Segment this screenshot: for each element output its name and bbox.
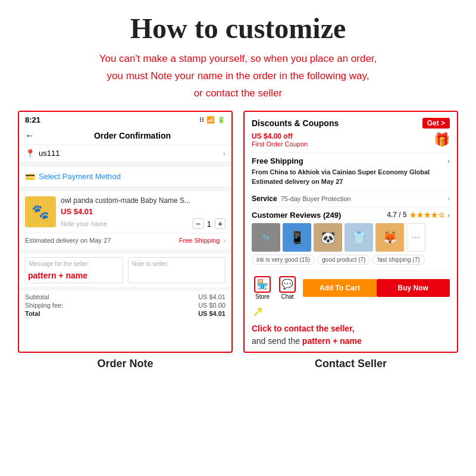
review-img-3: 🐼 (314, 223, 342, 252)
reviews-header: Customer Reviews (249) 4.7 / 5 ★★★★☆ › (252, 211, 450, 220)
right-panel-wrapper: Discounts & Coupons Get > US $4.00 off F… (243, 111, 458, 370)
bottom-icons: 🏪 Store 💬 Chat (252, 276, 298, 300)
right-panel: Discounts & Coupons Get > US $4.00 off F… (243, 111, 458, 353)
get-btn[interactable]: Get > (422, 118, 450, 129)
review-more: ··· (406, 223, 425, 252)
totals-section: Subtotal US $4.01 Shipping fee: US $0.00… (19, 290, 231, 322)
free-shipping-header: Free Shipping › (252, 156, 450, 165)
store-label: Store (255, 293, 270, 300)
review-img-5: 🦊 (375, 223, 404, 252)
free-shipping-title: Free Shipping (252, 156, 303, 165)
note-to-seller-box[interactable]: Note to seller: (128, 257, 226, 283)
payment-icon: 💳 (25, 172, 35, 181)
coupon-amount: US $4.00 off (252, 132, 308, 140)
chevron-right-icon: › (223, 149, 226, 158)
right-panel-content: Discounts & Coupons Get > US $4.00 off F… (245, 112, 457, 352)
product-price: US $4.01 (61, 207, 226, 216)
product-row: 🐾 owl panda custom-made Baby Name S... U… (25, 196, 226, 230)
delivery-text: Estimated delivery on May 27 (25, 237, 111, 244)
location-icon: 📍 (25, 149, 35, 158)
discounts-title: Discounts & Coupons (252, 118, 339, 128)
coupon-icon: 🎁 (434, 132, 450, 148)
total-value: US $4.01 (198, 310, 226, 317)
left-panel-wrapper: 8:21 ⁝⁝ 📶 🔋 ← Order Confirmation (18, 111, 233, 370)
signal-icon: ⁝⁝ (199, 116, 204, 124)
buy-now-btn[interactable]: Buy Now (377, 279, 450, 297)
payment-row[interactable]: 💳 Select Payment Method (19, 167, 231, 187)
location-row[interactable]: 📍 us111 › (19, 145, 231, 162)
free-shipping-label: Free Shipping (179, 237, 220, 244)
service-label: Service (252, 195, 277, 203)
battery-icon: 🔋 (217, 116, 226, 124)
subtotal-value: US $4.01 (198, 293, 226, 300)
service-value: 75-day Buyer Protection (281, 195, 351, 202)
shipping-label: Shipping fee: (25, 302, 63, 309)
message-seller-label: Message for the seller: (29, 261, 89, 267)
delivery-info: Estimated delivery on May 27 (252, 178, 343, 185)
subtitle-line3: or contact the seller (194, 87, 282, 99)
subtotal-label: Subtotal (25, 293, 49, 300)
service-row: Service75-day Buyer Protection › (252, 195, 450, 203)
review-tag-1[interactable]: ink is very good (15) (252, 255, 315, 265)
message-boxes: Message for the seller: pattern + name N… (25, 257, 226, 283)
note-qty-row: Note your name − 1 + (61, 218, 226, 229)
subtotal-row: Subtotal US $4.01 (25, 293, 226, 301)
location-value: us111 (39, 149, 60, 158)
delivery-chevron-icon: › (223, 237, 226, 244)
phone-screen: 8:21 ⁝⁝ 📶 🔋 ← Order Confirmation (19, 112, 231, 323)
qty-increase-btn[interactable]: + (215, 218, 226, 229)
phone-header: ← Order Confirmation (19, 127, 231, 145)
bottom-bar: 🏪 Store 💬 Chat Add To Cart (252, 271, 450, 300)
message-for-seller-box[interactable]: Message for the seller: pattern + name (25, 257, 123, 283)
back-arrow-icon[interactable]: ← (25, 130, 35, 141)
panels-row: 8:21 ⁝⁝ 📶 🔋 ← Order Confirmation (18, 111, 458, 370)
qty-decrease-btn[interactable]: − (193, 218, 203, 229)
qty-control: − 1 + (193, 218, 226, 229)
main-title: How to customize (130, 12, 346, 45)
message-section: Message for the seller: pattern + name N… (19, 253, 231, 287)
status-icons: ⁝⁝ 📶 🔋 (199, 116, 226, 124)
status-bar: 8:21 ⁝⁝ 📶 🔋 (19, 112, 231, 127)
stars: ★★★★☆ (409, 211, 445, 220)
free-shipping-details: From China to Akhiok via Cainiao Super E… (252, 167, 450, 187)
click-text: Click to contact the seller, (252, 322, 450, 335)
annotation: ↗ Click to contact the seller, and send … (252, 303, 450, 346)
pattern-overlay-left: pattern + name (28, 271, 87, 280)
review-tag-3[interactable]: fast shipping (7) (372, 255, 424, 265)
left-panel: 8:21 ⁝⁝ 📶 🔋 ← Order Confirmation (18, 111, 233, 353)
note-label: Note your name (61, 220, 107, 227)
product-info: owl panda custom-made Baby Name S... US … (61, 196, 226, 230)
product-image: 🐾 (25, 196, 56, 227)
left-panel-label: Order Note (18, 358, 233, 370)
review-img-4: 👕 (345, 223, 373, 252)
status-time: 8:21 (25, 115, 40, 124)
review-tag-2[interactable]: good product (7) (317, 255, 370, 265)
pattern-text: pattern + name (28, 271, 87, 280)
reviews-chevron-icon: › (447, 211, 450, 220)
add-to-cart-btn[interactable]: Add To Cart (303, 279, 377, 297)
coupon-name: First Order Coupon (252, 140, 308, 148)
coupon-info: US $4.00 off First Order Coupon (252, 132, 308, 148)
send-text: and send the pattern + name (252, 336, 450, 346)
total-row: Total US $4.01 (25, 309, 226, 318)
divider-1 (252, 152, 450, 153)
qty-value: 1 (207, 220, 211, 228)
total-label: Total (25, 310, 40, 317)
subtitle: You can't make a stamp yourself, so when… (99, 51, 377, 102)
chat-btn[interactable]: 💬 Chat (277, 276, 298, 300)
subtitle-line2: you must Note your name in the order in … (107, 70, 369, 82)
store-btn[interactable]: 🏪 Store (252, 276, 273, 300)
shipping-value: US $0.00 (198, 302, 226, 309)
wifi-icon: 📶 (206, 116, 215, 124)
header-title: Order Confirmation (39, 131, 226, 140)
product-section: 🐾 owl panda custom-made Baby Name S... U… (19, 192, 231, 249)
review-img-2: 📱 (283, 223, 311, 252)
subtitle-line1: You can't make a stamp yourself, so when… (99, 53, 377, 64)
review-images: 🧤 📱 🐼 👕 🦊 ··· (252, 223, 450, 252)
page: How to customize You can't make a stamp … (0, 0, 476, 476)
discounts-header: Discounts & Coupons Get > (252, 118, 450, 129)
arrow-icon: ↗ (252, 303, 450, 320)
review-img-1: 🧤 (252, 223, 280, 252)
divider-3 (252, 206, 450, 207)
reviews-title: Customer Reviews (249) (252, 211, 341, 220)
